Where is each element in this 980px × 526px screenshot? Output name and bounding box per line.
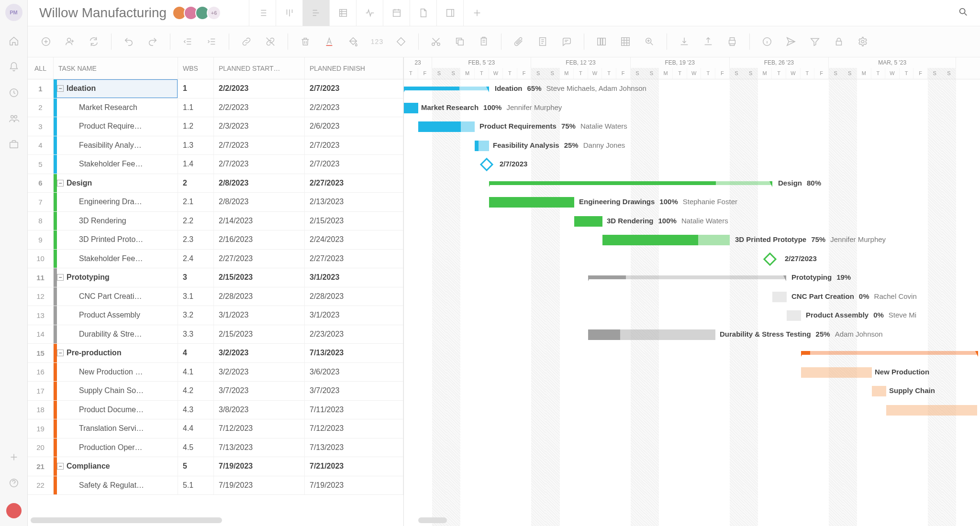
start-cell[interactable]: 7/19/2023 bbox=[214, 476, 305, 495]
finish-cell[interactable]: 3/7/2023 bbox=[305, 382, 403, 400]
start-cell[interactable]: 3/2/2023 bbox=[214, 363, 305, 382]
task-cell[interactable]: Product Assembly bbox=[54, 306, 178, 325]
task-bar[interactable] bbox=[588, 329, 715, 340]
columns-icon[interactable] bbox=[595, 35, 608, 48]
task-cell[interactable]: −Design bbox=[54, 174, 178, 193]
start-cell[interactable]: 3/2/2023 bbox=[214, 344, 305, 362]
milestone-marker[interactable] bbox=[763, 252, 777, 265]
table-row[interactable]: 21−Compliance57/19/20237/21/2023 bbox=[28, 457, 403, 476]
col-all[interactable]: ALL bbox=[28, 57, 54, 79]
table-row[interactable]: 93D Printed Proto…2.32/16/20232/24/2023 bbox=[28, 230, 403, 250]
copy-icon[interactable] bbox=[453, 35, 467, 48]
outdent-icon[interactable] bbox=[181, 35, 194, 48]
finish-cell[interactable]: 7/12/2023 bbox=[305, 419, 403, 438]
table-row[interactable]: 11−Prototyping32/15/20233/1/2023 bbox=[28, 268, 403, 287]
finish-cell[interactable]: 2/27/2023 bbox=[305, 174, 403, 193]
view-gantt-icon[interactable] bbox=[302, 0, 329, 26]
help-icon[interactable] bbox=[8, 477, 20, 489]
table-row[interactable]: 2Market Research1.12/2/20232/2/2023 bbox=[28, 99, 403, 118]
attach-icon[interactable] bbox=[512, 35, 525, 48]
cut-icon[interactable] bbox=[429, 35, 443, 48]
task-cell[interactable]: Product Docume… bbox=[54, 401, 178, 419]
finish-cell[interactable]: 2/7/2023 bbox=[305, 155, 403, 174]
task-cell[interactable]: Stakeholder Fee… bbox=[54, 250, 178, 268]
start-cell[interactable]: 7/12/2023 bbox=[214, 419, 305, 438]
col-finish[interactable]: PLANNED FINISH bbox=[305, 57, 403, 79]
finish-cell[interactable]: 7/13/2023 bbox=[305, 438, 403, 457]
home-icon[interactable] bbox=[8, 35, 20, 47]
milestone-marker[interactable] bbox=[480, 158, 493, 171]
start-cell[interactable]: 2/2/2023 bbox=[214, 99, 305, 117]
finish-cell[interactable]: 7/19/2023 bbox=[305, 476, 403, 495]
task-bar[interactable] bbox=[886, 405, 977, 416]
finish-cell[interactable]: 2/24/2023 bbox=[305, 230, 403, 249]
start-cell[interactable]: 3/1/2023 bbox=[214, 306, 305, 325]
task-cell[interactable]: 3D Printed Proto… bbox=[54, 230, 178, 249]
avatar-more[interactable]: +6 bbox=[207, 6, 221, 20]
table-row[interactable]: 5Stakeholder Fee…1.42/7/20232/7/2023 bbox=[28, 155, 403, 174]
view-list-icon[interactable] bbox=[249, 0, 276, 26]
task-bar[interactable] bbox=[404, 103, 418, 113]
task-cell[interactable]: Supply Chain So… bbox=[54, 382, 178, 400]
start-cell[interactable]: 2/7/2023 bbox=[214, 136, 305, 155]
collapse-icon[interactable]: − bbox=[57, 463, 64, 470]
collapse-icon[interactable]: − bbox=[57, 350, 64, 356]
grid-icon[interactable] bbox=[619, 35, 632, 48]
table-row[interactable]: 12CNC Part Creati…3.12/28/20232/28/2023 bbox=[28, 287, 403, 307]
add-task-icon[interactable] bbox=[39, 35, 53, 48]
briefcase-icon[interactable] bbox=[8, 139, 20, 150]
export-icon[interactable] bbox=[702, 35, 715, 48]
summary-bar[interactable] bbox=[801, 351, 978, 355]
comment-icon[interactable] bbox=[560, 35, 573, 48]
col-task[interactable]: TASK NAME bbox=[54, 57, 178, 79]
view-activity-icon[interactable] bbox=[356, 0, 383, 26]
task-cell[interactable]: Product Require… bbox=[54, 117, 178, 136]
finish-cell[interactable]: 3/1/2023 bbox=[305, 306, 403, 325]
task-cell[interactable]: CNC Part Creati… bbox=[54, 287, 178, 306]
gantt-scrollbar[interactable] bbox=[418, 517, 447, 523]
task-cell[interactable]: Production Oper… bbox=[54, 438, 178, 457]
finish-cell[interactable]: 7/21/2023 bbox=[305, 457, 403, 476]
indent-icon[interactable] bbox=[205, 35, 218, 48]
fill-color-icon[interactable] bbox=[346, 35, 360, 48]
task-cell[interactable]: Engineering Dra… bbox=[54, 193, 178, 211]
table-row[interactable]: 19Translation Servi…4.47/12/20237/12/202… bbox=[28, 419, 403, 438]
task-cell[interactable]: −Prototyping bbox=[54, 268, 178, 287]
finish-cell[interactable]: 2/2/2023 bbox=[305, 99, 403, 117]
finish-cell[interactable]: 7/13/2023 bbox=[305, 344, 403, 362]
start-cell[interactable]: 2/15/2023 bbox=[214, 325, 305, 344]
start-cell[interactable]: 2/15/2023 bbox=[214, 268, 305, 287]
view-sheet-icon[interactable] bbox=[329, 0, 356, 26]
collapse-icon[interactable]: − bbox=[57, 85, 64, 92]
task-cell[interactable]: Market Research bbox=[54, 99, 178, 117]
table-row[interactable]: 13Product Assembly3.23/1/20233/1/2023 bbox=[28, 306, 403, 325]
task-bar[interactable] bbox=[602, 235, 730, 245]
table-row[interactable]: 20Production Oper…4.57/13/20237/13/2023 bbox=[28, 438, 403, 458]
task-cell[interactable]: Translation Servi… bbox=[54, 419, 178, 438]
task-cell[interactable]: Durability & Stre… bbox=[54, 325, 178, 344]
table-row[interactable]: 4Feasibility Analy…1.32/7/20232/7/2023 bbox=[28, 136, 403, 155]
task-cell[interactable]: −Compliance bbox=[54, 457, 178, 476]
view-panel-icon[interactable] bbox=[436, 0, 463, 26]
collapse-icon[interactable]: − bbox=[57, 180, 64, 186]
settings-icon[interactable] bbox=[856, 35, 869, 48]
unlink-icon[interactable] bbox=[264, 35, 277, 48]
finish-cell[interactable]: 2/13/2023 bbox=[305, 193, 403, 211]
paste-icon[interactable] bbox=[477, 35, 490, 48]
send-icon[interactable] bbox=[784, 35, 798, 48]
table-row[interactable]: 6−Design22/8/20232/27/2023 bbox=[28, 174, 403, 193]
avatar-stack[interactable]: +6 bbox=[175, 6, 221, 20]
task-cell[interactable]: Feasibility Analy… bbox=[54, 136, 178, 155]
table-row[interactable]: 18Product Docume…4.33/8/20237/11/2023 bbox=[28, 401, 403, 420]
task-bar[interactable] bbox=[574, 216, 602, 227]
start-cell[interactable]: 2/3/2023 bbox=[214, 117, 305, 136]
text-color-icon[interactable] bbox=[323, 35, 336, 48]
col-start[interactable]: PLANNED START… bbox=[214, 57, 305, 79]
table-row[interactable]: 14Durability & Stre…3.32/15/20232/23/202… bbox=[28, 325, 403, 344]
task-bar[interactable] bbox=[872, 386, 886, 396]
start-cell[interactable]: 2/14/2023 bbox=[214, 212, 305, 230]
finish-cell[interactable]: 2/23/2023 bbox=[305, 325, 403, 344]
link-icon[interactable] bbox=[240, 35, 253, 48]
table-row[interactable]: 15−Pre-production43/2/20237/13/2023 bbox=[28, 344, 403, 363]
delete-icon[interactable] bbox=[299, 35, 312, 48]
